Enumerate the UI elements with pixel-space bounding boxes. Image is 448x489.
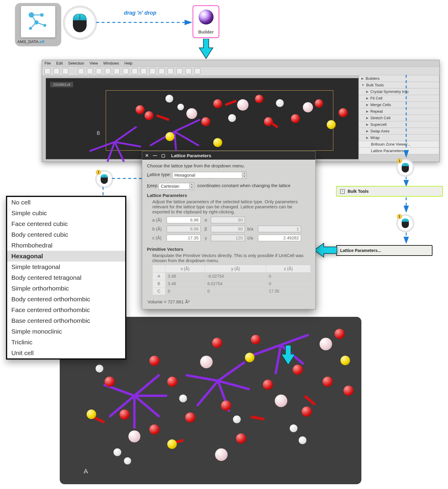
toolbar-icon[interactable] [105,68,111,74]
axis-a-label: A [84,467,88,475]
dropdown-item[interactable]: Body centered orthorhombic [7,294,125,305]
side-item-lattice-parameters[interactable]: Lattice Parameters... [359,148,439,154]
keep-combo[interactable]: Cartesian [159,183,190,190]
side-item[interactable]: ▶Crystal Symmetry Info [359,88,439,95]
menu-edit[interactable]: Edit [56,60,63,67]
primitive-vectors-table: x (Å)y (Å)z (Å) A3.48-6.027540 B3.486.02… [152,265,311,295]
maximize-icon[interactable]: ▢ [161,153,165,158]
side-item[interactable]: ▶Merge Cells [359,102,439,108]
lattice-type-label: Lattice type: [147,172,171,177]
side-item[interactable]: ▶Fit Cell [359,95,439,102]
toolbar-icon[interactable] [78,68,84,74]
primitive-vectors-help: Manipulate the Primitive Vectors directl… [152,253,311,263]
highlight-bulk-tools[interactable]: -Bulk Tools [336,186,443,197]
toolbar-icon[interactable] [177,68,182,74]
c-input[interactable]: 17.35 [167,235,201,241]
dialog-titlebar[interactable]: ✕ — ▢ Lattice Parameters [142,151,315,160]
toolbar-icon[interactable] [141,68,147,74]
side-item[interactable]: ▶Stretch Cell [359,115,439,121]
flow-arrow-down-2 [281,345,296,366]
toolbar-icon[interactable] [168,68,174,74]
dropdown-item[interactable]: Face centered cubic [7,218,125,229]
dropdown-item[interactable]: Face centered orthorhombic [7,305,125,315]
menu-file[interactable]: File [45,60,51,67]
dropdown-item[interactable]: Simple cubic [7,208,125,218]
toolbar-icon[interactable] [45,68,50,74]
toolbar-icon[interactable] [194,68,200,74]
menu-view[interactable]: View [90,60,98,67]
builder-app-window: File Edit Selection View Windows Help 23… [42,60,440,162]
b-over-a-input: 1 [258,226,301,232]
svg-line-8 [30,22,36,28]
lattice-type-combo[interactable]: Hexagonal [172,172,242,178]
flow-arrow-down-1 [199,39,214,60]
dropdown-item[interactable]: Simple orthorhombic [7,283,125,294]
side-item[interactable]: ▶Repeat [359,108,439,115]
dialog-intro: Choose the lattice type from the dropdow… [147,163,311,168]
b-input: 6.96 [167,226,201,232]
c-over-a-input[interactable]: 2.49282 [258,235,301,241]
menu-windows[interactable]: Windows [103,60,119,67]
viewport-tab[interactable]: 2310693.cif [50,82,73,87]
drag-drop-label: drag 'n' drop [124,10,157,16]
toolbar-icon[interactable] [62,68,68,74]
toolbar-icon[interactable] [96,68,102,74]
keep-suffix: coordinates constant when changing the l… [197,183,290,188]
dropdown-item[interactable]: Simple monoclinic [7,326,125,337]
mouse-click-marker: 1 [397,159,414,176]
a-input[interactable]: 6.96 [167,217,201,223]
app-menubar[interactable]: File Edit Selection View Windows Help [42,60,439,67]
side-section-builders[interactable]: ▶Builders [359,75,439,82]
builder-target-tile[interactable]: Builder [193,5,219,38]
minimize-icon[interactable]: — [153,153,157,158]
dropdown-item[interactable]: Simple tetragonal [7,262,125,272]
side-section-bulk-tools[interactable]: ▼Bulk Tools [359,82,439,88]
flow-arrow-right-to-combo [112,176,146,181]
mouse-cursor-marker [63,6,97,39]
dropdown-item[interactable]: Triclinic [7,337,125,348]
toolbar-icon[interactable] [87,68,93,74]
side-item[interactable]: ▶Wrap [359,135,439,141]
toolbar-icon[interactable] [159,68,165,74]
dropdown-item[interactable]: Hexagonal [7,251,125,262]
lattice-type-dropdown[interactable]: No cellSimple cubicFace centered cubicBo… [6,196,126,360]
side-item[interactable]: ▶Swap Axes [359,128,439,135]
dropdown-item[interactable]: Body centered cubic [7,229,125,240]
cif-file-label: AMS_DATA.cif [17,39,44,44]
dropdown-item[interactable]: Rhombohedral [7,240,125,251]
keep-label: Keep [147,183,157,188]
dropdown-item[interactable]: Body centered tetragonal [7,272,125,283]
toolbar-icon[interactable] [53,68,59,74]
svg-line-6 [31,15,36,22]
dropdown-item[interactable]: Base centered orthorhombic [7,315,125,326]
flow-arrow-short-3 [402,233,411,244]
svg-marker-22 [403,206,409,213]
menu-selection[interactable]: Selection [68,60,84,67]
svg-marker-18 [403,150,409,158]
highlight-lattice-parameters[interactable]: Lattice Parameters... [336,245,432,256]
param-row-b: b (Å) 6.96 β 90 b/a 1 [152,226,311,232]
flow-arrow-side-to-mouse [402,75,411,158]
close-icon[interactable]: ✕ [145,153,149,158]
svg-marker-24 [403,237,409,244]
toolbar-icon[interactable] [132,68,138,74]
axis-b-label: B [97,131,100,136]
toolbar-icon[interactable] [114,68,120,74]
builder-label: Builder [193,29,219,34]
mouse-click-marker: 1 [397,215,414,232]
toolbar-icon[interactable] [150,68,156,74]
molecule-viewport[interactable]: 2310693.cif Y Z X B [46,78,384,159]
app-toolbar[interactable] [42,67,439,76]
menu-help[interactable]: Help [125,60,133,67]
dropdown-item[interactable]: Unit cell [7,348,125,358]
lattice-parameters-dialog: ✕ — ▢ Lattice Parameters Choose the latt… [142,151,316,309]
combo-spinner[interactable]: ▴▾ [242,171,246,179]
side-item[interactable]: ▶Supercell [359,121,439,128]
dropdown-item[interactable]: No cell [7,197,125,208]
cif-file-page [21,6,55,37]
builder-icon [199,10,214,25]
combo-spinner[interactable]: ▴▾ [189,182,194,190]
side-item-bz-viewer[interactable]: Brillouin Zone Viewer... [359,141,439,148]
toolbar-icon[interactable] [185,68,191,74]
toolbar-icon[interactable] [123,68,129,74]
